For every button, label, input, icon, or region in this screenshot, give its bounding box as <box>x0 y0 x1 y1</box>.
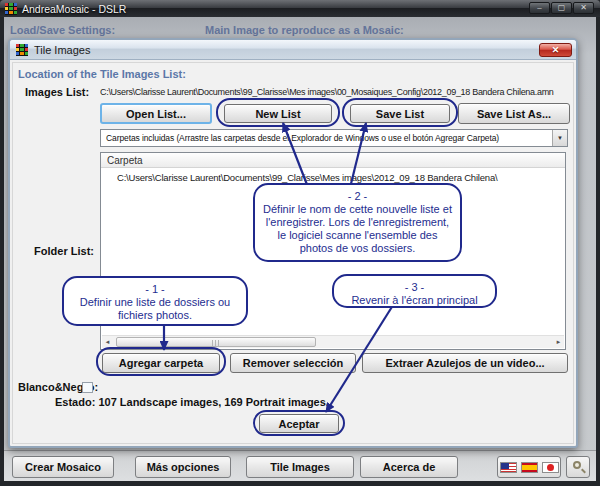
dialog-titlebar: Tile Images <box>10 40 576 60</box>
screen: Load/Save Settings: Main Image to reprod… <box>0 0 600 486</box>
spain-flag-icon <box>521 462 538 473</box>
estado-status: Estado: 107 Landscape images, 169 Portra… <box>55 396 329 408</box>
maximize-button[interactable]: ▢ <box>551 2 572 14</box>
folders-dropdown-value: Carpetas incluidas (Arrastre las carpeta… <box>101 133 552 143</box>
callout-2-text: Définir le nom de cette nouvelle liste e… <box>263 203 452 255</box>
mas-opciones-button[interactable]: Más opciones <box>135 456 231 478</box>
save-list-as-button[interactable]: Save List As... <box>458 103 570 124</box>
scroll-right-icon[interactable]: ► <box>553 337 564 348</box>
scrollbar-grip <box>212 340 221 346</box>
callout-1-number: - 1 - <box>72 283 238 296</box>
callout-3: - 3 - Revenir à l'écran principal <box>332 274 497 308</box>
main-window-titlebar: AndreaMosaic - DSLR – ▢ ✕ <box>0 0 600 17</box>
magnifier-icon <box>573 461 581 469</box>
dialog-mosaic-icon <box>16 44 28 56</box>
callout-3-number: - 3 - <box>342 281 487 294</box>
blanco-negro-checkbox[interactable] <box>82 382 93 393</box>
us-flag-icon <box>500 462 517 473</box>
acerca-de-button[interactable]: Acerca de <box>360 456 458 478</box>
main-window-title: AndreaMosaic - DSLR <box>22 3 126 15</box>
callout-1: - 1 - Definir une liste de dossiers ou f… <box>62 276 248 326</box>
language-flags-button[interactable] <box>497 456 561 478</box>
remover-seleccion-button[interactable]: Remover selección <box>230 353 356 373</box>
callout-2-number: - 2 - <box>263 190 452 203</box>
folder-list-label: Folder List: <box>10 245 94 257</box>
dialog-close-button[interactable]: ✕ <box>539 43 572 57</box>
japan-flag-icon <box>542 462 559 473</box>
callout-2: - 2 - Définir le nom de cette nouvelle l… <box>253 183 462 262</box>
agregar-carpeta-button[interactable]: Agregar carpeta <box>102 353 220 373</box>
main-image-label: Main Image to reproduce as a Mosaic: <box>205 24 404 36</box>
aceptar-button[interactable]: Aceptar <box>259 414 339 433</box>
scrollbar-thumb[interactable] <box>116 337 316 347</box>
estado-label: Estado: <box>55 396 95 408</box>
callout-3-text: Revenir à l'écran principal <box>342 294 487 307</box>
close-button[interactable]: ✕ <box>573 2 594 14</box>
load-save-settings-label: Load/Save Settings: <box>10 24 115 36</box>
extraer-azulejos-button[interactable]: Extraer Azulejos de un video... <box>362 353 568 373</box>
carpeta-column-header[interactable]: Carpeta <box>101 153 565 168</box>
crear-mosaico-button[interactable]: Crear Mosaico <box>12 456 114 478</box>
save-list-button[interactable]: Save List <box>350 104 450 123</box>
andreamosaic-app-icon <box>5 3 17 15</box>
dialog-title: Tile Images <box>34 44 90 56</box>
tile-images-button[interactable]: Tile Images <box>246 456 354 478</box>
horizontal-scrollbar[interactable]: ◄ ► <box>102 335 564 348</box>
folders-dropdown[interactable]: Carpetas incluidas (Arrastre las carpeta… <box>100 129 568 147</box>
magnifier-button[interactable] <box>566 456 590 478</box>
images-list-label: Images List: <box>25 86 89 98</box>
scroll-left-icon[interactable]: ◄ <box>102 337 113 348</box>
open-list-button[interactable]: Open List... <box>100 103 212 124</box>
main-toolbar: Crear Mosaico Más opciones Tile Images A… <box>4 450 596 481</box>
new-list-button[interactable]: New List <box>224 104 332 123</box>
section-heading: Location of the Tile Images List: <box>18 68 186 80</box>
window-controls: – ▢ ✕ <box>529 2 594 14</box>
minimize-button[interactable]: – <box>529 2 550 14</box>
folder-list-item[interactable]: C:\Users\Clarisse Laurent\Documents\99_C… <box>117 172 563 183</box>
chevron-down-icon[interactable]: ▼ <box>552 130 567 146</box>
images-list-path: C:\Users\Clarisse Laurent\Documents\99_C… <box>100 87 570 97</box>
callout-1-text: Definir une liste de dossiers ou fichier… <box>72 296 238 322</box>
estado-value: 107 Landscape images, 169 Portrait image… <box>98 396 329 408</box>
